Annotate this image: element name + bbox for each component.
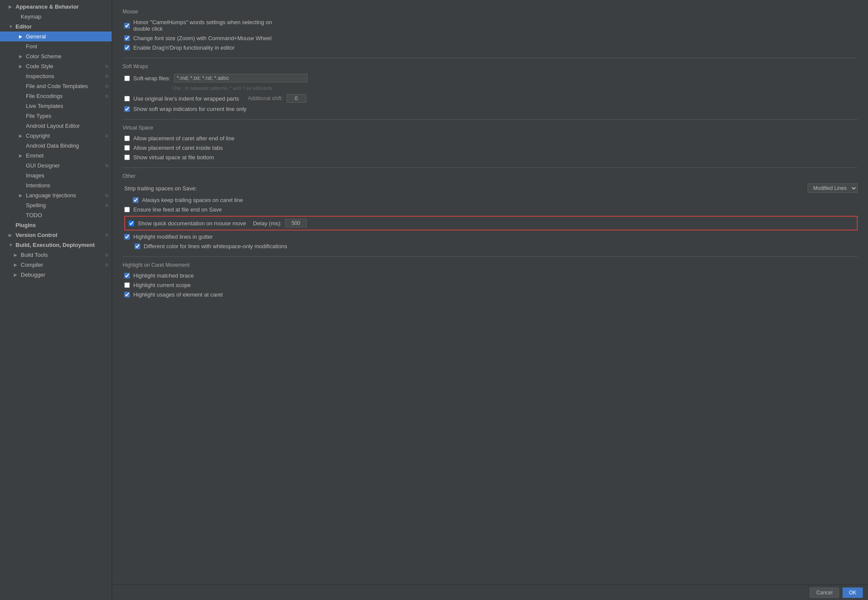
sidebar-item-images[interactable]: Images bbox=[0, 171, 112, 180]
sidebar-item-todo[interactable]: TODO bbox=[0, 210, 112, 220]
virtual-space-section-title: Virtual Space bbox=[123, 125, 858, 131]
divider-3 bbox=[123, 167, 858, 168]
matched-brace-checkbox[interactable] bbox=[124, 273, 130, 278]
sidebar-item-gui-designer[interactable]: GUI Designer ⧉ bbox=[0, 161, 112, 171]
arrow-icon: ▼ bbox=[9, 243, 14, 247]
sidebar-item-inspections[interactable]: Inspections ⧉ bbox=[0, 71, 112, 81]
mouse-section-title: Mouse bbox=[123, 9, 858, 15]
sidebar-label: Plugins bbox=[16, 222, 108, 228]
arrow-icon: ▶ bbox=[19, 54, 24, 59]
keep-trailing-row: Always keep trailing spaces on caret lin… bbox=[123, 197, 858, 203]
highlight-modified-checkbox[interactable] bbox=[124, 234, 130, 240]
keep-trailing-checkbox[interactable] bbox=[133, 197, 138, 203]
sidebar-item-version-control[interactable]: ▶ Version Control ⧉ bbox=[0, 230, 112, 240]
soft-wrap-files-label: Soft-wrap files: bbox=[133, 75, 170, 82]
sidebar-item-live-templates[interactable]: Live Templates bbox=[0, 101, 112, 111]
original-indent-label: Use original line's indent for wrapped p… bbox=[133, 95, 239, 102]
sidebar-item-emmet[interactable]: ▶ Emmet bbox=[0, 151, 112, 161]
matched-brace-label: Highlight matched brace bbox=[133, 272, 194, 279]
layers-icon: ⧉ bbox=[105, 64, 108, 69]
sidebar-item-copyright[interactable]: ▶ Copyright ⧉ bbox=[0, 131, 112, 141]
strip-trailing-select[interactable]: Modified Lines None All bbox=[808, 183, 858, 193]
cancel-button[interactable]: Cancel bbox=[810, 587, 839, 598]
current-scope-checkbox[interactable] bbox=[124, 282, 130, 288]
sidebar-label: Code Style bbox=[26, 63, 104, 69]
divider-1 bbox=[123, 58, 858, 58]
sidebar-item-appearance[interactable]: ▶ Appearance & Behavior bbox=[0, 2, 112, 12]
different-color-label: Different color for lines with whitespac… bbox=[144, 243, 287, 249]
soft-wrap-files-input[interactable] bbox=[174, 74, 308, 82]
camel-humps-label: Honor "CamelHumps" words settings when s… bbox=[133, 19, 272, 32]
sidebar-item-file-types[interactable]: File Types bbox=[0, 111, 112, 121]
wrap-indicators-row: Show soft wrap indicators for current li… bbox=[123, 106, 858, 112]
arrow-icon: ▶ bbox=[19, 133, 24, 138]
original-indent-row: Use original line's indent for wrapped p… bbox=[123, 94, 858, 103]
wrap-indicators-checkbox[interactable] bbox=[124, 106, 130, 112]
settings-sidebar: ▶ Appearance & Behavior Keymap ▼ Editor … bbox=[0, 0, 112, 600]
sidebar-item-debugger[interactable]: ▶ Debugger bbox=[0, 270, 112, 280]
sidebar-item-intentions[interactable]: Intentions bbox=[0, 180, 112, 190]
sidebar-item-plugins[interactable]: Plugins bbox=[0, 220, 112, 230]
sidebar-label: Emmet bbox=[26, 152, 108, 159]
sidebar-item-language-injections[interactable]: ▶ Language Injections ⧉ bbox=[0, 190, 112, 200]
sidebar-item-build-exec[interactable]: ▼ Build, Execution, Deployment bbox=[0, 240, 112, 250]
camel-humps-checkbox[interactable] bbox=[124, 23, 130, 28]
sidebar-item-code-style[interactable]: ▶ Code Style ⧉ bbox=[0, 61, 112, 71]
sidebar-item-spelling[interactable]: Spelling ⧉ bbox=[0, 200, 112, 210]
sidebar-label: Android Layout Editor bbox=[26, 123, 108, 129]
drag-drop-checkbox[interactable] bbox=[124, 45, 130, 51]
sidebar-label: GUI Designer bbox=[26, 162, 104, 169]
drag-drop-label: Enable Drag'n'Drop functionality in edit… bbox=[133, 44, 235, 51]
sidebar-label: Spelling bbox=[26, 202, 104, 208]
zoom-font-checkbox[interactable] bbox=[124, 35, 130, 41]
sidebar-item-android-layout[interactable]: Android Layout Editor bbox=[0, 121, 112, 131]
arrow-icon: ▼ bbox=[9, 24, 14, 29]
quick-doc-label: Show quick documentation on mouse move bbox=[138, 220, 246, 227]
sidebar-item-color-scheme[interactable]: ▶ Color Scheme bbox=[0, 51, 112, 61]
additional-shift-input[interactable] bbox=[286, 94, 306, 103]
strip-trailing-label: Strip trailing spaces on Save: bbox=[124, 185, 197, 192]
virtual-bottom-row: Show virtual space at file bottom bbox=[123, 154, 858, 161]
soft-wrap-files-checkbox[interactable] bbox=[124, 76, 130, 81]
sidebar-item-file-code-templates[interactable]: File and Code Templates ⧉ bbox=[0, 81, 112, 91]
sidebar-label: Images bbox=[26, 172, 108, 179]
arrow-icon: ▶ bbox=[9, 4, 14, 9]
main-content: Mouse Honor "CamelHumps" words settings … bbox=[112, 0, 868, 600]
different-color-checkbox[interactable] bbox=[135, 243, 140, 249]
sidebar-item-compiler[interactable]: ▶ Compiler ⧉ bbox=[0, 260, 112, 270]
sidebar-label: Keymap bbox=[21, 13, 108, 20]
zoom-font-label: Change font size (Zoom) with Command+Mou… bbox=[133, 35, 271, 41]
sidebar-item-font[interactable]: Font bbox=[0, 41, 112, 51]
delay-input[interactable] bbox=[285, 219, 307, 227]
caret-tabs-checkbox[interactable] bbox=[124, 145, 130, 151]
usages-checkbox[interactable] bbox=[124, 292, 130, 297]
sidebar-label: Compiler bbox=[21, 262, 104, 268]
virtual-bottom-checkbox[interactable] bbox=[124, 155, 130, 160]
sidebar-label: Version Control bbox=[16, 232, 104, 238]
ok-button[interactable]: OK bbox=[843, 587, 863, 598]
bottom-bar: Cancel OK bbox=[112, 584, 868, 600]
sidebar-label: Build Tools bbox=[21, 252, 104, 258]
sidebar-item-editor[interactable]: ▼ Editor bbox=[0, 22, 112, 32]
sidebar-item-build-tools[interactable]: ▶ Build Tools ⧉ bbox=[0, 250, 112, 260]
layers-icon: ⧉ bbox=[105, 84, 108, 89]
layers-icon: ⧉ bbox=[105, 203, 108, 208]
line-feed-checkbox[interactable] bbox=[124, 207, 130, 212]
original-indent-checkbox[interactable] bbox=[124, 96, 130, 101]
sidebar-item-general[interactable]: ▶ General bbox=[0, 32, 112, 41]
sidebar-label: Copyright bbox=[26, 133, 104, 139]
sidebar-item-android-data[interactable]: Android Data Binding bbox=[0, 141, 112, 151]
sidebar-label: Language Injections bbox=[26, 192, 104, 199]
soft-wraps-section-title: Soft Wraps bbox=[123, 63, 858, 69]
quick-doc-checkbox[interactable] bbox=[129, 221, 134, 226]
strip-trailing-inner: Strip trailing spaces on Save: Modified … bbox=[124, 183, 858, 193]
camel-humps-row: Honor "CamelHumps" words settings when s… bbox=[123, 19, 858, 32]
sidebar-label: Font bbox=[26, 43, 108, 50]
sidebar-label: Color Scheme bbox=[26, 53, 108, 60]
sidebar-item-keymap[interactable]: Keymap bbox=[0, 12, 112, 22]
layers-icon: ⧉ bbox=[105, 233, 108, 238]
different-color-row: Different color for lines with whitespac… bbox=[123, 243, 858, 249]
caret-end-row: Allow placement of caret after end of li… bbox=[123, 135, 858, 142]
caret-end-checkbox[interactable] bbox=[124, 136, 130, 141]
sidebar-item-file-encodings[interactable]: File Encodings ⧉ bbox=[0, 91, 112, 101]
